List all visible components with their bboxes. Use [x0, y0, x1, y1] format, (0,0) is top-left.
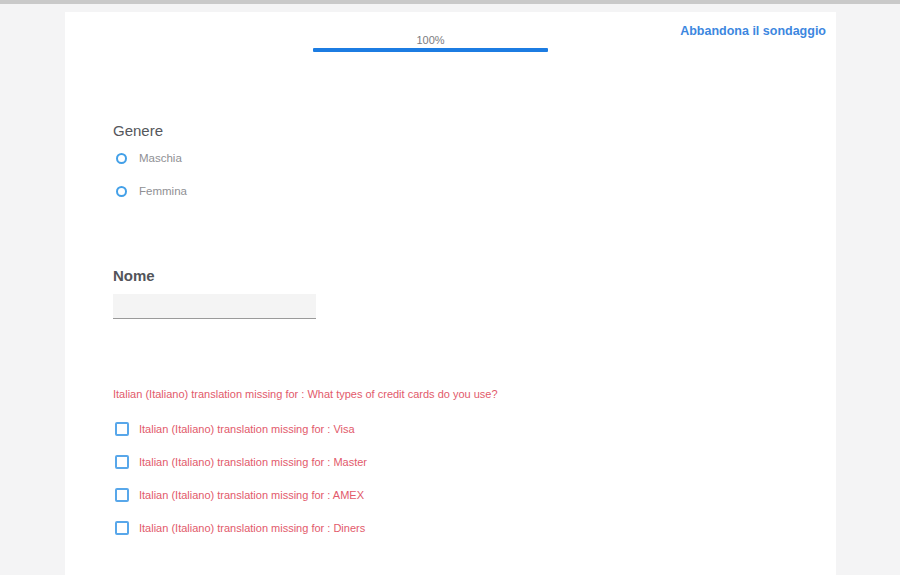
- question-title-name: Nome: [113, 267, 155, 284]
- top-strip: [0, 0, 900, 4]
- radio-unchecked-icon[interactable]: [116, 186, 127, 197]
- radio-option-label: Maschia: [139, 152, 182, 164]
- survey-card: Abbandona il sondaggio 100% Genere Masch…: [65, 12, 836, 579]
- radio-option-femmina[interactable]: Femmina: [116, 185, 187, 197]
- checkbox-option-visa[interactable]: Italian (Italiano) translation missing f…: [115, 422, 355, 436]
- footer-strip: [0, 575, 900, 579]
- checkbox-option-diners[interactable]: Italian (Italiano) translation missing f…: [115, 521, 365, 535]
- name-input[interactable]: [113, 294, 316, 319]
- abandon-survey-link[interactable]: Abbandona il sondaggio: [680, 24, 826, 38]
- radio-option-label: Femmina: [139, 185, 187, 197]
- checkbox-unchecked-icon[interactable]: [115, 422, 129, 436]
- checkbox-option-master[interactable]: Italian (Italiano) translation missing f…: [115, 455, 367, 469]
- radio-unchecked-icon[interactable]: [116, 153, 127, 164]
- checkbox-unchecked-icon[interactable]: [115, 488, 129, 502]
- question-title-credit-cards: Italian (Italiano) translation missing f…: [113, 388, 498, 400]
- checkbox-unchecked-icon[interactable]: [115, 455, 129, 469]
- checkbox-option-label: Italian (Italiano) translation missing f…: [139, 456, 367, 468]
- checkbox-option-label: Italian (Italiano) translation missing f…: [139, 522, 365, 534]
- progress-percentage: 100%: [313, 34, 548, 46]
- radio-option-maschia[interactable]: Maschia: [116, 152, 182, 164]
- checkbox-option-label: Italian (Italiano) translation missing f…: [139, 489, 364, 501]
- question-title-gender: Genere: [113, 122, 163, 139]
- checkbox-unchecked-icon[interactable]: [115, 521, 129, 535]
- checkbox-option-label: Italian (Italiano) translation missing f…: [139, 423, 355, 435]
- checkbox-option-amex[interactable]: Italian (Italiano) translation missing f…: [115, 488, 364, 502]
- progress-bar: [313, 48, 548, 52]
